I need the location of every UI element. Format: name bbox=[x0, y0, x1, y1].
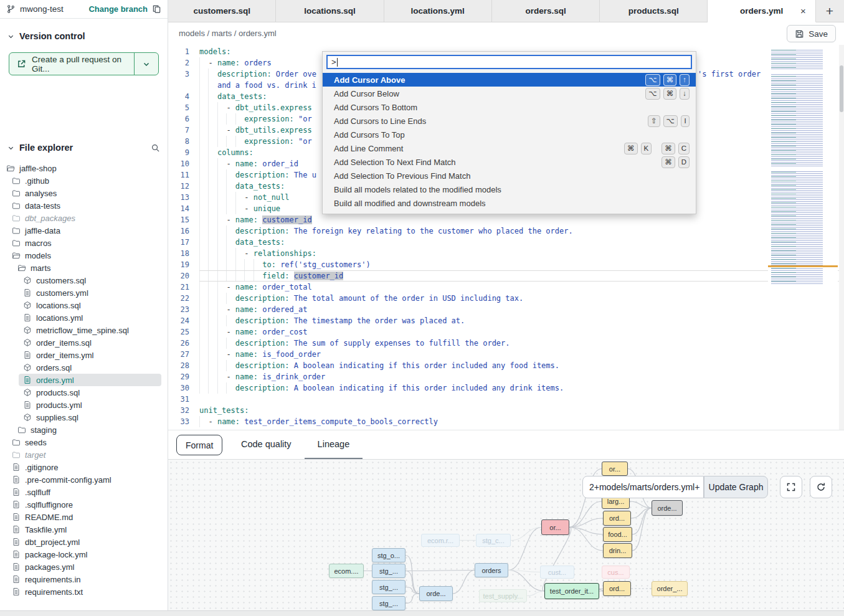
tab-orders-yml[interactable]: orders.yml× bbox=[708, 0, 815, 22]
tree-item--github[interactable]: .github bbox=[0, 174, 168, 187]
editor-line-17[interactable]: 17data_tests: bbox=[168, 237, 844, 248]
command-palette-input[interactable]: > bbox=[326, 55, 692, 69]
tree-item-macros[interactable]: macros bbox=[0, 237, 168, 249]
tree-item-seeds[interactable]: seeds bbox=[0, 436, 168, 448]
editor-line-19[interactable]: 19to: ref('stg_customers') bbox=[168, 259, 844, 270]
tree-item-marts[interactable]: marts bbox=[0, 262, 168, 274]
copy-icon[interactable] bbox=[152, 4, 161, 14]
editor-line-26[interactable]: 26description: The sum of supply expense… bbox=[168, 338, 844, 349]
lineage-node-supply_f[interactable]: test_supply... bbox=[479, 589, 527, 602]
lineage-node-stg2[interactable]: stg_... bbox=[372, 564, 405, 578]
lineage-node-stg3[interactable]: stg_... bbox=[372, 580, 405, 594]
tree-item-customers-yml[interactable]: customers.yml bbox=[0, 287, 168, 299]
lineage-node-y6[interactable]: ord... bbox=[603, 581, 631, 596]
lineage-node-y7[interactable]: order_... bbox=[652, 581, 688, 596]
change-branch-link[interactable]: Change branch bbox=[88, 4, 148, 14]
command-item[interactable]: Add Cursors To Bottom bbox=[323, 100, 696, 114]
panel-tab-code-quality[interactable]: Code quality bbox=[228, 430, 305, 460]
tree-item-locations-sql[interactable]: locations.sql bbox=[0, 299, 168, 311]
tree-item--sqlfluffignore[interactable]: .sqlfluffignore bbox=[0, 498, 168, 511]
editor-line-31[interactable]: 31 bbox=[168, 394, 844, 405]
fullscreen-button[interactable] bbox=[780, 476, 802, 498]
command-item[interactable]: Add Cursors to Line Ends⇧⌥I bbox=[323, 114, 696, 128]
refresh-button[interactable] bbox=[810, 476, 832, 498]
editor-line-21[interactable]: 21- name: order_total bbox=[168, 282, 844, 293]
tab-customers-sql[interactable]: customers.sql bbox=[168, 0, 276, 22]
lineage-node-stg4[interactable]: stg_... bbox=[372, 596, 405, 610]
lineage-node-y4[interactable]: food... bbox=[603, 527, 632, 542]
lineage-node-orders[interactable]: orders bbox=[475, 563, 508, 577]
tab-locations-sql[interactable]: locations.sql bbox=[276, 0, 384, 22]
lineage-node-green[interactable]: test_order_it... bbox=[544, 583, 599, 599]
pr-dropdown-caret[interactable] bbox=[135, 53, 158, 75]
tree-item-metricflow-time-spine-sql[interactable]: metricflow_time_spine.sql bbox=[0, 324, 168, 336]
tree-item--gitignore[interactable]: .gitignore bbox=[0, 461, 168, 473]
create-pr-button[interactable]: Create a pull request on Git... bbox=[9, 52, 159, 75]
editor-line-23[interactable]: 23- name: ordered_at bbox=[168, 304, 844, 315]
tree-item-data-tests[interactable]: data-tests bbox=[0, 199, 168, 212]
tree-item-models[interactable]: models bbox=[0, 249, 168, 262]
editor-line-18[interactable]: 18- relationships: bbox=[168, 248, 844, 259]
editor-line-22[interactable]: 22description: The total amount of the o… bbox=[168, 293, 844, 304]
editor-line-15[interactable]: 15- name: customer_id bbox=[168, 214, 844, 225]
file-explorer-header[interactable]: File explorer bbox=[0, 140, 168, 156]
lineage-node-ecomr_f[interactable]: ecom.r... bbox=[421, 534, 460, 547]
tree-item-staging[interactable]: staging bbox=[0, 424, 168, 436]
editor-line-27[interactable]: 27- name: is_food_order bbox=[168, 349, 844, 360]
tree-item-order-items-sql[interactable]: order_items.sql bbox=[0, 336, 168, 349]
lineage-node-cust_f[interactable]: cust... bbox=[540, 566, 574, 579]
editor-line-32[interactable]: 32unit_tests: bbox=[168, 405, 844, 416]
lineage-node-gray[interactable]: orde... bbox=[652, 500, 683, 516]
panel-tab-lineage[interactable]: Lineage bbox=[305, 430, 363, 460]
lineage-node-orde1[interactable]: orde... bbox=[419, 586, 453, 601]
bottom-scroll-strip[interactable] bbox=[0, 610, 844, 616]
tree-item-dbt-project-yml[interactable]: dbt_project.yml bbox=[0, 536, 168, 548]
tree-item-customers-sql[interactable]: customers.sql bbox=[0, 274, 168, 287]
tab-locations-yml[interactable]: locations.yml bbox=[384, 0, 492, 22]
lineage-node-stg1[interactable]: stg_o... bbox=[372, 548, 405, 562]
lineage-node-y3[interactable]: ord... bbox=[603, 511, 631, 526]
tree-item-supplies-sql[interactable]: supplies.sql bbox=[0, 411, 168, 424]
tab-products-sql[interactable]: products.sql bbox=[600, 0, 708, 22]
tree-item-jaffle-shop[interactable]: jaffle-shop bbox=[0, 162, 168, 174]
lineage-canvas[interactable]: ecom.r...stg_c...test_supply...cust...cu… bbox=[168, 459, 844, 610]
tree-item-orders-sql[interactable]: orders.sql bbox=[0, 361, 168, 374]
tree-item-taskfile-yml[interactable]: Taskfile.yml bbox=[0, 523, 168, 536]
command-item[interactable]: Build all models related to the modified… bbox=[323, 182, 696, 196]
tree-item-target[interactable]: target bbox=[0, 448, 168, 461]
search-icon[interactable] bbox=[151, 143, 160, 153]
lineage-node-pink[interactable]: or... bbox=[541, 519, 569, 535]
command-item[interactable]: Add Cursor Below⌥⌘↓ bbox=[323, 87, 696, 100]
tree-item-requirements-in[interactable]: requirements.in bbox=[0, 573, 168, 585]
tree-item--sqlfluff[interactable]: .sqlfluff bbox=[0, 486, 168, 498]
version-control-header[interactable]: Version control bbox=[0, 28, 168, 44]
editor-line-33[interactable]: 33- name: test_order_items_compute_to_bo… bbox=[168, 416, 844, 427]
save-button[interactable]: Save bbox=[787, 25, 836, 42]
tree-item-jaffle-data[interactable]: jaffle-data bbox=[0, 224, 168, 237]
editor-line-20[interactable]: 20field: customer_id bbox=[168, 270, 844, 282]
lineage-node-stgc_f[interactable]: stg_c... bbox=[476, 534, 511, 547]
command-item[interactable]: Build all modified and downstream models bbox=[323, 196, 696, 210]
editor-line-28[interactable]: 28description: A boolean indicating if t… bbox=[168, 360, 844, 371]
editor-line-24[interactable]: 24description: The timestamp the order w… bbox=[168, 315, 844, 326]
lineage-node-y5[interactable]: drin... bbox=[603, 543, 632, 558]
tree-item-products-sql[interactable]: products.sql bbox=[0, 386, 168, 399]
tree-item-products-yml[interactable]: products.yml bbox=[0, 399, 168, 411]
tab-close-icon[interactable]: × bbox=[800, 6, 806, 16]
tree-item-package-lock-yml[interactable]: package-lock.yml bbox=[0, 548, 168, 561]
tree-item--pre-commit-config-yaml[interactable]: .pre-commit-config.yaml bbox=[0, 473, 168, 486]
command-item[interactable]: Add Cursors To Top bbox=[323, 128, 696, 141]
tab-orders-sql[interactable]: orders.sql bbox=[492, 0, 600, 22]
tree-item-orders-yml[interactable]: orders.yml bbox=[19, 374, 161, 386]
minimap[interactable] bbox=[768, 50, 838, 284]
tree-item-requirements-txt[interactable]: requirements.txt bbox=[0, 585, 168, 598]
editor-line-30[interactable]: 30description: A boolean indicating if t… bbox=[168, 382, 844, 394]
tree-item-order-items-yml[interactable]: order_items.yml bbox=[0, 349, 168, 361]
lineage-node-y1[interactable]: or... bbox=[602, 462, 628, 476]
editor-line-25[interactable]: 25- name: order_cost bbox=[168, 326, 844, 338]
command-item[interactable]: Add Selection To Previous Find Match bbox=[323, 169, 696, 182]
tree-item-readme-md[interactable]: README.md bbox=[0, 511, 168, 523]
editor-line-16[interactable]: 16description: The foreign key relating … bbox=[168, 225, 844, 237]
new-tab-button[interactable]: + bbox=[816, 0, 843, 22]
command-item[interactable]: Add Line Comment⌘K⌘C bbox=[323, 141, 696, 155]
